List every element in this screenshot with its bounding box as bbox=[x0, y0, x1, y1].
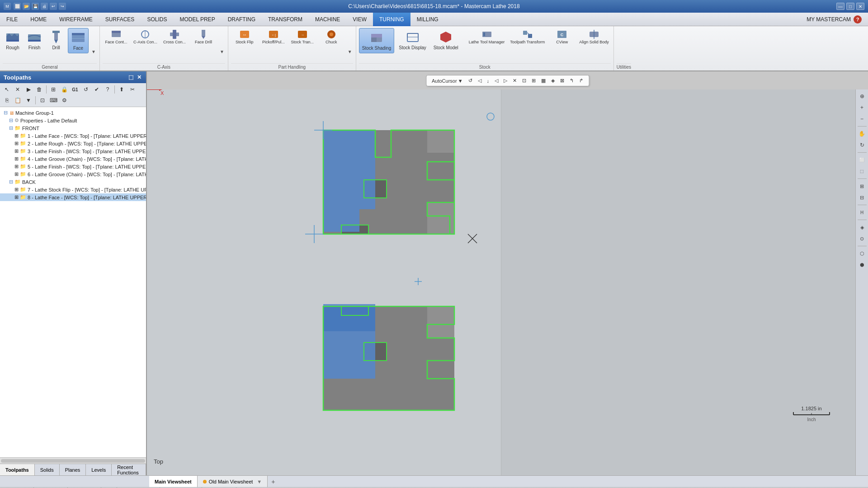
rt-btn9[interactable]: ⊟ bbox=[857, 192, 867, 202]
menu-solids[interactable]: SOLIDS bbox=[141, 13, 173, 26]
ac-btn9[interactable]: ▦ bbox=[539, 77, 547, 84]
menu-model-prep[interactable]: MODEL PREP bbox=[173, 13, 221, 26]
tp-group[interactable]: ⊞ bbox=[48, 84, 58, 94]
face-cont-button[interactable]: Face Cont... bbox=[103, 28, 130, 46]
tp-select-all[interactable]: ↖ bbox=[2, 84, 12, 94]
tree-op3[interactable]: ⊞ 📁 3 - Lathe Finish - [WCS: Top] - [Tpl… bbox=[0, 147, 146, 155]
drill-button[interactable]: Drill bbox=[46, 28, 66, 52]
rt-rotate[interactable]: ↻ bbox=[857, 140, 867, 150]
face-button[interactable]: Face bbox=[68, 28, 89, 53]
stock-shading-button[interactable]: Stock Shading bbox=[359, 28, 395, 53]
tree-op7[interactable]: ⊞ 📁 7 - Lathe Stock Flip - [WCS: Top] - … bbox=[0, 186, 146, 193]
tp-nc[interactable]: ⌨ bbox=[48, 95, 58, 105]
vs-add-tab[interactable]: + bbox=[268, 476, 278, 487]
face-drill-button[interactable]: Face Drill bbox=[190, 28, 217, 46]
menu-turning[interactable]: TURNING bbox=[373, 13, 410, 26]
ac-btn1[interactable]: ↺ bbox=[467, 77, 474, 84]
redo-icon[interactable]: ↪ bbox=[59, 3, 66, 10]
vs-tab-old-main[interactable]: Old Main Viewsheet ▼ bbox=[198, 476, 268, 487]
tp-deselect[interactable]: ✕ bbox=[13, 84, 23, 94]
rt-btn12[interactable]: ⊙ bbox=[857, 234, 867, 244]
tab-toolpaths[interactable]: Toolpaths bbox=[0, 464, 35, 475]
tree-scrollbar[interactable] bbox=[0, 457, 146, 464]
ac-btn4[interactable]: ◁ bbox=[493, 77, 500, 84]
panel-close-icon[interactable]: ✕ bbox=[136, 74, 142, 80]
scroll-thumb[interactable] bbox=[1, 459, 145, 463]
stock-tran-button[interactable]: → Stock Tran... bbox=[289, 28, 316, 46]
tp-copy[interactable]: ⎘ bbox=[2, 95, 12, 105]
tree-op4[interactable]: ⊞ 📁 4 - Lathe Groove (Chain) - [WCS: Top… bbox=[0, 155, 146, 163]
tp-sim[interactable]: ⊡ bbox=[38, 95, 47, 105]
tp-post[interactable]: ⚙ bbox=[59, 95, 69, 105]
menu-surfaces[interactable]: SURFACES bbox=[99, 13, 141, 26]
stock-model-button[interactable]: Stock Model bbox=[431, 28, 461, 52]
ac-btn8[interactable]: ⊞ bbox=[530, 77, 538, 84]
vs-tab-main[interactable]: Main Viewsheet bbox=[149, 476, 198, 487]
menu-transform[interactable]: TRANSFORM bbox=[262, 13, 309, 26]
stock-display-button[interactable]: Stock Display bbox=[396, 28, 429, 52]
rt-btn13[interactable]: ⬡ bbox=[857, 249, 867, 258]
ac-btn13[interactable]: ↱ bbox=[577, 77, 585, 84]
rt-pan[interactable]: ✋ bbox=[857, 129, 867, 139]
minimize-button[interactable]: — bbox=[836, 3, 844, 10]
autocursor-dropdown[interactable]: AutoCursor ▼ bbox=[430, 77, 465, 84]
menu-file[interactable]: FILE bbox=[0, 13, 24, 26]
tp-lock[interactable]: 🔒 bbox=[59, 84, 69, 94]
print-icon[interactable]: 🖨 bbox=[41, 3, 48, 10]
tab-recent-functions[interactable]: Recent Functions bbox=[112, 464, 146, 475]
rough-button[interactable]: Rough bbox=[3, 28, 23, 52]
tp-regen[interactable]: ↺ bbox=[81, 84, 91, 94]
menu-machine[interactable]: MACHINE bbox=[309, 13, 346, 26]
vs-tab-dropdown[interactable]: ▼ bbox=[257, 479, 262, 484]
cross-con-button[interactable]: Cross Con... bbox=[161, 28, 188, 46]
rt-view1[interactable]: ⬜ bbox=[857, 155, 867, 165]
lathe-tool-manager-button[interactable]: Lathe Tool Manager bbox=[467, 28, 506, 46]
rt-view2[interactable]: ⬚ bbox=[857, 166, 867, 176]
close-button[interactable]: ✕ bbox=[856, 3, 864, 10]
tree-op1[interactable]: ⊞ 📁 1 - Lathe Face - [WCS: Top] - [Tplan… bbox=[0, 132, 146, 140]
rt-btn11[interactable]: ◈ bbox=[857, 222, 867, 232]
open-icon[interactable]: 📂 bbox=[23, 3, 30, 10]
my-mastercam-button[interactable]: MY MASTERCAM ? bbox=[800, 13, 868, 26]
ac-btn12[interactable]: ↰ bbox=[568, 77, 576, 84]
rt-zoom-out[interactable]: − bbox=[857, 114, 867, 124]
stock-flip-button[interactable]: ↔ Stock Flip bbox=[231, 28, 258, 46]
cview-button[interactable]: C CView bbox=[548, 28, 576, 46]
tab-solids[interactable]: Solids bbox=[35, 464, 60, 475]
tp-dropdown[interactable]: ▼ bbox=[24, 95, 33, 105]
viewport-svg[interactable]: Top Y X 1.1825 in Inch bbox=[147, 89, 855, 475]
tp-help[interactable]: ? bbox=[103, 84, 113, 94]
tab-levels[interactable]: Levels bbox=[86, 464, 112, 475]
ac-btn6[interactable]: ✕ bbox=[511, 77, 519, 84]
rt-btn8[interactable]: ⊞ bbox=[857, 181, 867, 191]
ac-btn10[interactable]: ◈ bbox=[549, 77, 557, 84]
rt-zoom-in[interactable]: + bbox=[857, 103, 867, 113]
pickoff-button[interactable]: ←| Pickoff/Pul... bbox=[260, 28, 287, 46]
c-axis-con-button[interactable]: C-Axis Con... bbox=[132, 28, 159, 46]
panel-float-icon[interactable]: ⬚ bbox=[127, 74, 134, 80]
tp-select-op[interactable]: ▶ bbox=[24, 84, 33, 94]
new-icon[interactable]: ⬜ bbox=[14, 3, 21, 10]
tree-op6[interactable]: ⊞ 📁 6 - Lathe Groove (Chain) - [WCS: Top… bbox=[0, 170, 146, 178]
finish-button[interactable]: Finish bbox=[24, 28, 44, 52]
tree-back[interactable]: ⊟ 📁 BACK bbox=[0, 178, 146, 186]
tab-planes[interactable]: Planes bbox=[60, 464, 86, 475]
tree-front[interactable]: ⊟ 📁 FRONT bbox=[0, 124, 146, 132]
save-icon[interactable]: 💾 bbox=[32, 3, 39, 10]
ac-btn2[interactable]: ◁ bbox=[476, 77, 483, 84]
ac-btn11[interactable]: ⊠ bbox=[558, 77, 566, 84]
toolpath-transform-button[interactable]: Toolpath Transform bbox=[508, 28, 547, 46]
align-solid-body-button[interactable]: Align Solid Body bbox=[577, 28, 611, 46]
tree-op8[interactable]: ⊞ 📁 8 - Lathe Face - [WCS: Top] - [Tplan… bbox=[0, 193, 146, 201]
part-handling-expand[interactable]: ▼ bbox=[347, 49, 353, 54]
rt-zoom-fit[interactable]: ⊕ bbox=[857, 91, 867, 101]
ac-btn3[interactable]: ↓ bbox=[485, 77, 491, 84]
menu-home[interactable]: HOME bbox=[24, 13, 53, 26]
tree-properties[interactable]: ⊟ ⚙ Properties - Lathe Default bbox=[0, 117, 146, 124]
rt-btn14[interactable]: ⬢ bbox=[857, 260, 867, 270]
menu-drafting[interactable]: DRAFTING bbox=[222, 13, 262, 26]
tp-verify[interactable]: ✔ bbox=[92, 84, 102, 94]
menu-wireframe[interactable]: WIREFRAME bbox=[53, 13, 99, 26]
menu-milling[interactable]: MILLING bbox=[410, 13, 445, 26]
tp-paste[interactable]: 📋 bbox=[13, 95, 23, 105]
